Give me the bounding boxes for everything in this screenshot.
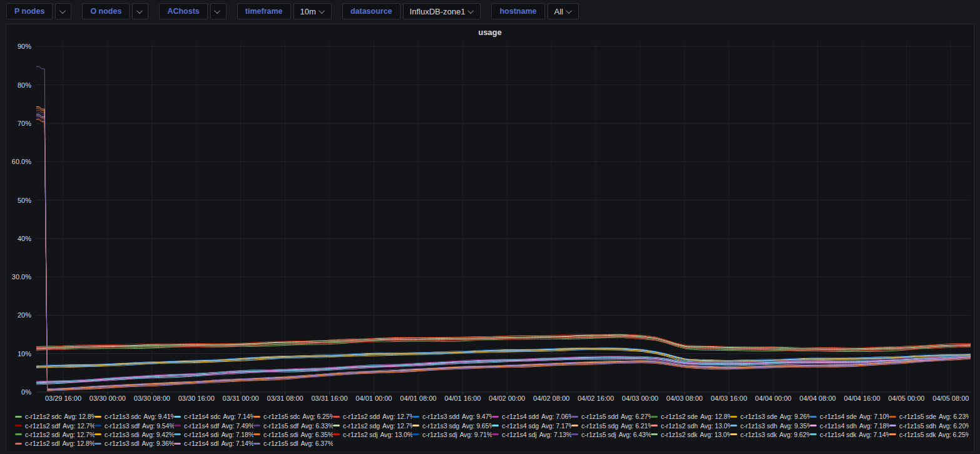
legend-series-avg: Avg: 7.18% bbox=[859, 422, 889, 430]
legend-series-avg: Avg: 9.54% bbox=[142, 422, 174, 430]
chevron-down-icon bbox=[59, 8, 66, 14]
legend-item[interactable]: c-r1z1s4 sdkAvg: 7.14% bbox=[810, 431, 889, 438]
y-axis-tick-label: 90% bbox=[18, 43, 31, 50]
legend-item[interactable]: c-r1z1s2 sdiAvg: 12.7% bbox=[15, 431, 94, 438]
var-value-datasource[interactable]: InfluxDB-zone1 bbox=[403, 3, 481, 19]
legend-series-swatch bbox=[15, 443, 22, 445]
legend-item[interactable]: c-r1z1s5 sdhAvg: 6.20% bbox=[889, 422, 969, 430]
x-axis-tick-label: 04/01 08:00 bbox=[400, 395, 436, 402]
legend-series-swatch bbox=[333, 416, 340, 418]
x-axis-tick-label: 04/02 08:00 bbox=[533, 395, 569, 402]
chevron-down-icon bbox=[319, 8, 325, 14]
legend-series-swatch bbox=[15, 433, 22, 435]
legend-item[interactable]: c-r1z1s4 sddAvg: 7.06% bbox=[492, 413, 571, 420]
legend-series-swatch bbox=[174, 443, 181, 445]
legend-item[interactable]: c-r1z1s2 sddAvg: 12.7% bbox=[333, 413, 412, 420]
legend-item[interactable]: c-r1z1s5 sdfAvg: 6.33% bbox=[253, 422, 333, 430]
legend-item[interactable]: c-r1z1s3 sdeAvg: 9.26% bbox=[730, 413, 810, 420]
legend-item[interactable]: c-r1z1s2 sdcAvg: 12.8% bbox=[15, 413, 94, 420]
legend-item[interactable]: c-r1z1s5 sdlAvg: 6.37% bbox=[253, 440, 333, 447]
legend-item[interactable]: c-r1z1s3 sdcAvg: 9.41% bbox=[94, 413, 174, 420]
legend-series-swatch bbox=[333, 425, 340, 426]
legend-item[interactable]: c-r1z1s5 sdgAvg: 6.21% bbox=[571, 422, 651, 430]
x-axis-tick-label: 03/31 00:00 bbox=[223, 395, 259, 402]
legend-item[interactable]: c-r1z1s3 sdgAvg: 9.65% bbox=[412, 422, 492, 430]
legend-item[interactable]: c-r1z1s2 sdhAvg: 13.0% bbox=[651, 422, 730, 430]
legend-item[interactable]: c-r1z1s3 sdfAvg: 9.54% bbox=[94, 422, 174, 430]
legend-item[interactable]: c-r1z1s4 sdiAvg: 7.18% bbox=[174, 431, 253, 438]
legend-item[interactable]: c-r1z1s5 sdkAvg: 6.25% bbox=[889, 431, 969, 438]
usage-graph[interactable]: 0%10%20%30.0%40%50%60.0%70%80%90%03/29 1… bbox=[6, 38, 974, 408]
legend-series-name: c-r1z1s2 sdi bbox=[25, 431, 59, 438]
var-value-timeframe[interactable]: 10m bbox=[293, 3, 332, 19]
variable-o-nodes: O nodes bbox=[82, 3, 151, 19]
legend-series-avg: Avg: 7.10% bbox=[859, 413, 889, 420]
legend-series-avg: Avg: 9.65% bbox=[462, 422, 492, 430]
legend-series-swatch bbox=[94, 425, 101, 426]
legend-series-swatch bbox=[651, 416, 658, 418]
legend-series-avg: Avg: 13.0% bbox=[380, 431, 412, 438]
legend-series-swatch bbox=[412, 433, 419, 435]
legend-item[interactable]: c-r1z1s2 sdeAvg: 12.8% bbox=[651, 413, 730, 420]
graph-legend: c-r1z1s2 sdcAvg: 12.8%c-r1z1s3 sdcAvg: 9… bbox=[6, 412, 974, 448]
legend-item[interactable]: c-r1z1s5 sddAvg: 6.27% bbox=[571, 413, 651, 420]
legend-item[interactable]: c-r1z1s3 sdlAvg: 9.36% bbox=[94, 440, 174, 447]
series-line bbox=[36, 118, 971, 389]
legend-item[interactable]: c-r1z1s4 sdgAvg: 7.17% bbox=[492, 422, 571, 430]
legend-series-name: c-r1z1s5 sdh bbox=[899, 422, 936, 430]
legend-item[interactable]: c-r1z1s3 sdiAvg: 9.42% bbox=[94, 431, 174, 438]
legend-series-name: c-r1z1s3 sdc bbox=[105, 413, 141, 420]
var-dropdown-o-nodes[interactable] bbox=[132, 3, 148, 19]
legend-item[interactable]: c-r1z1s5 sdiAvg: 6.35% bbox=[253, 431, 333, 438]
var-dropdown-p-nodes[interactable] bbox=[55, 3, 71, 19]
legend-series-avg: Avg: 9.47% bbox=[462, 413, 492, 420]
variable-achosts: AChosts bbox=[159, 3, 228, 19]
legend-item[interactable]: c-r1z1s3 sdhAvg: 9.35% bbox=[730, 422, 810, 430]
legend-series-name: c-r1z1s4 sdd bbox=[502, 413, 539, 420]
legend-item[interactable]: c-r1z1s2 sdkAvg: 13.0% bbox=[651, 431, 730, 438]
legend-series-avg: Avg: 6.23% bbox=[939, 413, 969, 420]
legend-item[interactable]: c-r1z1s5 sdeAvg: 6.23% bbox=[889, 413, 969, 420]
legend-series-swatch bbox=[15, 425, 22, 426]
legend-item[interactable]: c-r1z1s3 sdjAvg: 9.71% bbox=[412, 431, 492, 438]
variable-datasource: datasource InfluxDB-zone1 bbox=[342, 3, 484, 19]
legend-item[interactable]: c-r1z1s3 sdkAvg: 9.62% bbox=[730, 431, 810, 438]
legend-series-avg: Avg: 7.14% bbox=[859, 431, 889, 438]
y-axis-tick-label: 30.0% bbox=[12, 273, 31, 281]
legend-series-name: c-r1z1s5 sdl bbox=[263, 440, 298, 447]
legend-series-name: c-r1z1s4 sdg bbox=[502, 422, 539, 430]
legend-item[interactable]: c-r1z1s4 sdjAvg: 7.13% bbox=[492, 431, 571, 438]
y-axis-tick-label: 60.0% bbox=[12, 158, 31, 165]
legend-item[interactable]: c-r1z1s4 sdeAvg: 7.10% bbox=[810, 413, 889, 420]
legend-series-name: c-r1z1s2 sdf bbox=[25, 422, 60, 430]
x-axis-tick-label: 04/05 08:00 bbox=[932, 395, 969, 402]
legend-series-name: c-r1z1s5 sdi bbox=[263, 431, 298, 438]
legend-item[interactable]: c-r1z1s5 sdcAvg: 6.25% bbox=[253, 413, 333, 420]
legend-item[interactable]: c-r1z1s2 sdjAvg: 13.0% bbox=[333, 431, 412, 438]
var-value-hostname[interactable]: All bbox=[548, 3, 579, 19]
var-dropdown-achosts[interactable] bbox=[210, 3, 227, 19]
legend-series-avg: Avg: 6.27% bbox=[621, 413, 651, 420]
legend-series-avg: Avg: 9.36% bbox=[141, 440, 174, 447]
series-line bbox=[36, 66, 971, 390]
panel-title[interactable]: usage bbox=[6, 28, 974, 37]
legend-series-avg: Avg: 9.41% bbox=[143, 413, 174, 420]
legend-item[interactable]: c-r1z1s4 sdhAvg: 7.18% bbox=[810, 422, 889, 430]
legend-series-name: c-r1z1s5 sdj bbox=[581, 431, 616, 438]
legend-item[interactable]: c-r1z1s2 sdlAvg: 12.8% bbox=[15, 440, 94, 447]
legend-series-avg: Avg: 6.37% bbox=[300, 440, 333, 447]
x-gridlines bbox=[63, 41, 951, 395]
legend-item[interactable]: c-r1z1s3 sddAvg: 9.47% bbox=[412, 413, 492, 420]
legend-item[interactable]: c-r1z1s4 sdcAvg: 7.14% bbox=[174, 413, 253, 420]
legend-item[interactable]: c-r1z1s5 sdjAvg: 6.43% bbox=[571, 431, 651, 438]
legend-item[interactable]: c-r1z1s4 sdfAvg: 7.49% bbox=[174, 422, 253, 430]
legend-series-swatch bbox=[730, 433, 737, 435]
usage-panel: usage 0%10%20%30.0%40%50%60.0%70%80%90%0… bbox=[6, 24, 974, 452]
legend-series-name: c-r1z1s4 sdc bbox=[184, 413, 220, 420]
variable-timeframe: timeframe 10m bbox=[237, 3, 334, 19]
legend-item[interactable]: c-r1z1s4 sdlAvg: 7.14% bbox=[174, 440, 253, 447]
legend-item[interactable]: c-r1z1s2 sdfAvg: 12.7% bbox=[15, 422, 94, 430]
legend-item[interactable]: c-r1z1s2 sdgAvg: 12.7% bbox=[333, 422, 412, 430]
x-axis-tick-label: 04/04 08:00 bbox=[800, 395, 836, 402]
legend-series-name: c-r1z1s5 sdc bbox=[263, 413, 300, 420]
